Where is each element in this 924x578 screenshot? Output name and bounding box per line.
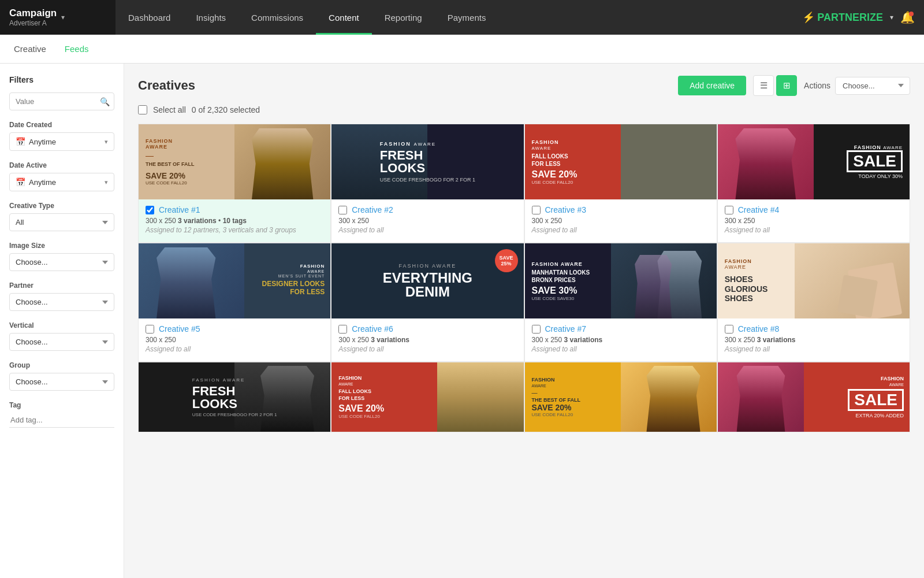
partner-select[interactable]: Choose... — [9, 293, 114, 311]
tag-input[interactable] — [9, 413, 114, 428]
creative-assignment: Assigned to 12 partners, 3 verticals and… — [146, 226, 323, 234]
partnerize-icon: ⚡ — [802, 11, 815, 24]
nav-content[interactable]: Content — [316, 0, 372, 35]
view-toggle: ☰ ⊞ — [753, 75, 797, 96]
creative-checkbox[interactable] — [338, 325, 347, 334]
nav-commissions[interactable]: Commissions — [239, 0, 316, 35]
actions-area: Actions Choose... Export Delete Activate… — [804, 77, 910, 95]
image-size-label: Image Size — [9, 242, 114, 250]
nav-dashboard[interactable]: Dashboard — [116, 0, 183, 35]
creative-name[interactable]: Creative #4 — [738, 205, 780, 214]
sidebar: Filters 🔍 Date Created 📅 Anytime ▾ Date … — [0, 64, 124, 578]
creative-checkbox[interactable] — [532, 325, 541, 334]
subnav-feeds[interactable]: Feeds — [62, 35, 91, 63]
notification-dot — [909, 12, 914, 16]
date-active-filter: Date Active 📅 Anytime ▾ — [9, 161, 114, 191]
group-select[interactable]: Choose... — [9, 373, 114, 391]
creative-checkbox[interactable] — [725, 206, 733, 214]
creative-thumbnail: FASHIONaware FALL LOOKSFOR LESS SAVE 20%… — [331, 362, 523, 432]
creative-name[interactable]: Creative #6 — [352, 324, 393, 334]
creative-dimensions: 300 x 250 3 variations — [725, 336, 903, 344]
brand-subtitle: Advertiser A — [9, 19, 57, 27]
creative-info: Creative #2 300 x 250 Assigned to all — [331, 199, 523, 242]
date-active-label: Date Active — [9, 161, 114, 169]
nav-payments[interactable]: Payments — [435, 0, 499, 35]
actions-select[interactable]: Choose... Export Delete Activate Deactiv… — [835, 77, 910, 95]
creative-thumbnail: FASHIONaware FALL LOOKSFOR LESS SAVE 20%… — [525, 124, 717, 199]
nav-insights[interactable]: Insights — [183, 0, 239, 35]
partner-filter: Partner Choose... — [9, 281, 114, 311]
creative-name[interactable]: Creative #1 — [159, 205, 200, 214]
creative-type-select[interactable]: All Banner Text Video — [9, 213, 114, 231]
vertical-select[interactable]: Choose... — [9, 333, 114, 351]
bottom-preview-row: FASHION aware FRESHLOOKS USE CODE FRESHB… — [138, 362, 910, 432]
filter-search-container: 🔍 — [9, 92, 114, 110]
date-created-selector[interactable]: 📅 Anytime ▾ — [9, 132, 114, 151]
creative-assignment: Assigned to all — [338, 345, 516, 353]
creative-info: Creative #6 300 x 250 3 variations Assig… — [331, 318, 523, 361]
creative-thumbnail: FASHIONaware — THE BEST OF FALL SAVE 20%… — [139, 124, 330, 199]
creative-name[interactable]: Creative #7 — [545, 324, 587, 334]
creative-thumbnail: FASHIONaware SHOESGLORIOUSSHOES — [718, 243, 910, 318]
creative-info: Creative #4 300 x 250 Assigned to all — [718, 199, 910, 242]
creative-assignment: Assigned to all — [338, 226, 516, 234]
creative-thumbnail: FASHIONaware SALE EXTRA 20% ADDED — [718, 362, 910, 432]
creative-thumbnail: FASHION aware MANHATTAN LOOKSBRONX PRICE… — [525, 243, 717, 318]
partnerize-logo: ⚡ PARTNERIZE — [802, 11, 883, 24]
creative-info: Creative #8 300 x 250 3 variations Assig… — [718, 318, 910, 361]
creative-dimensions: 300 x 250 3 variations — [532, 336, 710, 344]
filters-title: Filters — [9, 75, 114, 84]
table-row: FASHIONaware MEN'S SUIT EVENT DESIGNER L… — [138, 243, 331, 362]
search-icon: 🔍 — [100, 97, 110, 106]
table-row: FASHION aware FRESHLOOKS USE CODE FRESHB… — [331, 124, 524, 243]
date-created-value: Anytime — [29, 138, 56, 146]
table-row: FASHION aware SALE TODAY ONLY 30% Creati… — [717, 124, 910, 243]
creative-info: Creative #3 300 x 250 Assigned to all — [525, 199, 717, 242]
creative-type-label: Creative Type — [9, 202, 114, 210]
image-size-select[interactable]: Choose... 300x250 728x90 160x600 — [9, 253, 114, 271]
selection-count: 0 of 2,320 selected — [192, 105, 260, 114]
content-area: Creatives Add creative ☰ ⊞ Actions Choos… — [124, 64, 924, 578]
date-created-label: Date Created — [9, 121, 114, 129]
grid-view-button[interactable]: ⊞ — [776, 75, 797, 96]
creative-name[interactable]: Creative #5 — [159, 324, 200, 334]
calendar-icon: 📅 — [16, 137, 25, 146]
creative-name[interactable]: Creative #2 — [352, 205, 393, 214]
creative-thumbnail: FASHION aware FRESHLOOKS USE CODE FRESHB… — [139, 362, 330, 432]
notification-button[interactable]: 🔔 — [900, 10, 915, 24]
creatives-grid: FASHIONaware — THE BEST OF FALL SAVE 20%… — [138, 124, 910, 362]
creative-checkbox[interactable] — [146, 206, 154, 214]
creative-name[interactable]: Creative #3 — [545, 205, 587, 214]
list-view-button[interactable]: ☰ — [753, 75, 774, 96]
creative-info: Creative #5 300 x 250 Assigned to all — [139, 318, 330, 361]
select-all-checkbox[interactable] — [138, 105, 147, 114]
creative-checkbox[interactable] — [338, 206, 347, 214]
filter-search-input[interactable] — [9, 92, 114, 110]
creative-name[interactable]: Creative #8 — [738, 324, 780, 334]
brand-area[interactable]: Campaign Advertiser A ▾ — [0, 0, 116, 35]
creative-thumbnail: FASHION aware SALE TODAY ONLY 30% — [718, 124, 910, 199]
tag-filter: Tag — [9, 401, 114, 428]
creative-dimensions: 300 x 250 — [338, 217, 516, 225]
table-row: FASHION aware FRESHLOOKS USE CODE FRESHB… — [138, 362, 331, 432]
creative-info: Creative #7 300 x 250 3 variations Assig… — [525, 318, 717, 361]
vertical-label: Vertical — [9, 321, 114, 329]
creative-assignment: Assigned to all — [725, 226, 903, 234]
save-badge: SAVE25% — [495, 249, 518, 272]
creative-dimensions: 300 x 250 — [146, 336, 323, 344]
creative-assignment: Assigned to all — [532, 226, 710, 234]
add-creative-button[interactable]: Add creative — [678, 76, 746, 95]
creative-assignment: Assigned to all — [146, 345, 323, 353]
sub-navigation: Creative Feeds — [0, 35, 924, 64]
date-created-filter: Date Created 📅 Anytime ▾ — [9, 121, 114, 151]
brand-chevron-icon: ▾ — [61, 13, 65, 21]
date-active-value: Anytime — [29, 178, 56, 187]
subnav-creative[interactable]: Creative — [12, 35, 49, 63]
partnerize-dropdown-button[interactable]: ▾ — [890, 13, 893, 21]
creative-checkbox[interactable] — [532, 206, 541, 214]
date-active-selector[interactable]: 📅 Anytime ▾ — [9, 173, 114, 191]
creative-checkbox[interactable] — [146, 325, 154, 334]
creative-checkbox[interactable] — [725, 325, 733, 334]
nav-reporting[interactable]: Reporting — [372, 0, 435, 35]
creative-thumbnail: FASHION aware FRESHLOOKS USE CODE FRESHB… — [331, 124, 523, 199]
